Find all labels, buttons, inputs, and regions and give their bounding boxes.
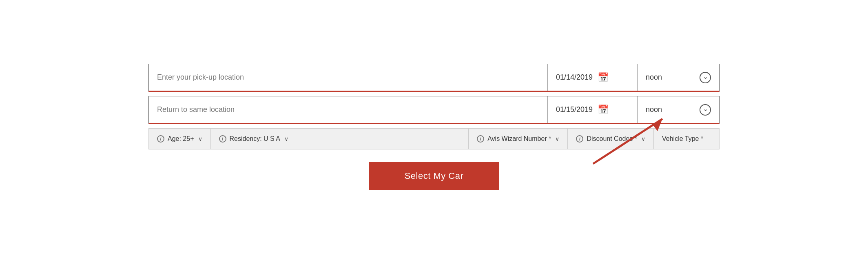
residency-option[interactable]: i Residency: U S A ∨	[211, 129, 469, 149]
pickup-time-chevron[interactable]	[700, 72, 711, 83]
return-calendar-icon[interactable]: 📅	[598, 105, 609, 115]
residency-label: Residency: U S A	[230, 135, 281, 143]
return-date-section: 01/15/2019 📅	[548, 96, 638, 123]
wizard-label: Avis Wizard Number *	[487, 135, 551, 143]
select-car-button[interactable]: Select My Car	[369, 162, 499, 190]
residency-info-icon: i	[219, 135, 226, 143]
pickup-location-input[interactable]	[149, 64, 547, 91]
discount-info-icon: i	[576, 135, 583, 143]
discount-option[interactable]: i Discount Codes * ∨	[568, 129, 654, 149]
residency-chevron-icon: ∨	[284, 136, 288, 142]
pickup-time: noon	[646, 73, 662, 82]
vehicle-type-option[interactable]: Vehicle Type *	[654, 129, 719, 149]
pickup-row: 01/14/2019 📅 noon	[148, 64, 720, 92]
return-time: noon	[646, 105, 662, 114]
pickup-calendar-icon[interactable]: 📅	[598, 72, 609, 83]
wizard-chevron-icon: ∨	[555, 136, 559, 142]
return-row: 01/15/2019 📅 noon	[148, 96, 720, 124]
options-bar: i Age: 25+ ∨ i Residency: U S A ∨ i Avis…	[148, 128, 720, 149]
pickup-date: 01/14/2019	[556, 73, 593, 82]
age-info-icon: i	[157, 135, 164, 143]
return-date: 01/15/2019	[556, 105, 593, 114]
pickup-date-section: 01/14/2019 📅	[548, 64, 638, 91]
pickup-time-section: noon	[638, 64, 719, 91]
discount-chevron-icon: ∨	[641, 136, 645, 142]
return-location-input[interactable]	[149, 96, 547, 123]
return-time-chevron[interactable]	[700, 104, 711, 116]
age-option[interactable]: i Age: 25+ ∨	[149, 129, 211, 149]
return-time-section: noon	[638, 96, 719, 123]
wizard-info-icon: i	[477, 135, 484, 143]
button-row: Select My Car	[148, 162, 720, 190]
main-container: 01/14/2019 📅 noon 01/15/2019 📅 noon i Ag…	[148, 64, 720, 190]
discount-label: Discount Codes *	[587, 135, 637, 143]
vehicle-type-label: Vehicle Type *	[662, 135, 703, 143]
age-label: Age: 25+	[168, 135, 194, 143]
age-chevron-icon: ∨	[198, 136, 202, 142]
wizard-option[interactable]: i Avis Wizard Number * ∨	[469, 129, 568, 149]
